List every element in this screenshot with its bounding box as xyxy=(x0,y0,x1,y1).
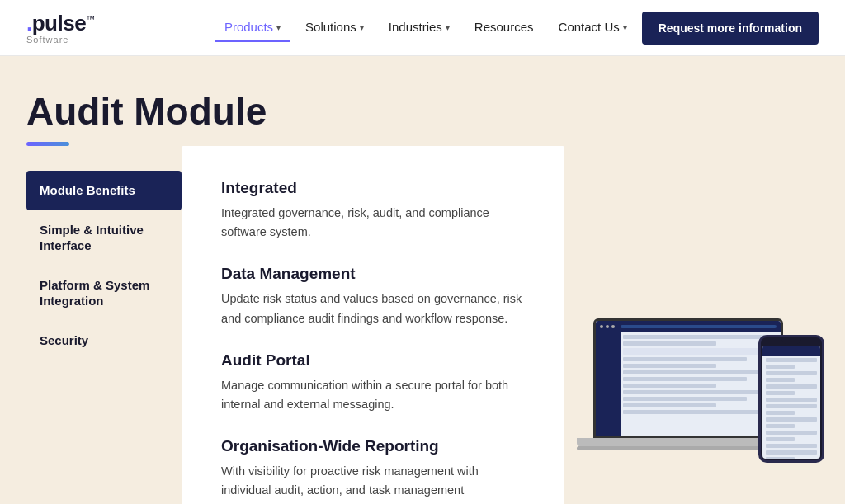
laptop-screen xyxy=(593,318,783,438)
feature-desc-audit-portal: Manage communication within a secure por… xyxy=(221,376,531,414)
nav-item-products[interactable]: Products ▾ xyxy=(215,13,290,42)
feature-title-org-reporting: Organisation-Wide Reporting xyxy=(221,437,531,455)
feature-title-integrated: Integrated xyxy=(221,179,531,197)
feature-desc-integrated: Integrated governance, risk, audit, and … xyxy=(221,204,531,242)
nav-item-solutions[interactable]: Solutions ▾ xyxy=(295,13,374,42)
device-mockup xyxy=(577,298,824,471)
laptop-topbar xyxy=(596,321,781,332)
chevron-down-icon: ▾ xyxy=(623,23,627,32)
sidebar-item-module-benefits[interactable]: Module Benefits xyxy=(26,171,182,210)
phone-notch xyxy=(781,337,801,344)
logo-text: .pulse™ xyxy=(26,11,95,36)
feature-title-audit-portal: Audit Portal xyxy=(221,351,531,370)
feature-desc-data-management: Update risk status and values based on g… xyxy=(221,290,531,327)
nav-item-industries[interactable]: Industries ▾ xyxy=(379,13,460,42)
laptop-body xyxy=(596,332,781,436)
request-info-button[interactable]: Request more information xyxy=(642,12,819,45)
main-content: Module Benefits Simple & Intuitive Inter… xyxy=(0,146,845,504)
feature-org-reporting: Organisation-Wide Reporting With visibil… xyxy=(221,437,531,504)
phone-topbar xyxy=(762,346,820,356)
sidebar-item-platform-system[interactable]: Platform & System Integration xyxy=(26,266,182,321)
hero-section: Audit Module xyxy=(0,56,845,146)
feature-title-data-management: Data Management xyxy=(221,265,531,283)
feature-audit-portal: Audit Portal Manage communication within… xyxy=(221,351,531,414)
chevron-down-icon: ▾ xyxy=(446,23,450,32)
laptop-screen-inner xyxy=(596,321,781,436)
feature-data-management: Data Management Update risk status and v… xyxy=(221,265,531,327)
chevron-down-icon: ▾ xyxy=(360,23,364,32)
phone-mockup xyxy=(758,335,824,463)
phone-screen xyxy=(762,346,820,459)
laptop-sidebar xyxy=(596,332,621,436)
logo-subtitle: Software xyxy=(26,35,68,45)
laptop-main xyxy=(621,332,781,436)
feature-integrated: Integrated Integrated governance, risk, … xyxy=(221,179,531,242)
logo[interactable]: .pulse™ Software xyxy=(26,11,95,45)
sidebar-item-security[interactable]: Security xyxy=(26,321,182,360)
chevron-down-icon: ▾ xyxy=(276,23,281,32)
content-panel: Integrated Integrated governance, risk, … xyxy=(182,146,564,504)
sidebar-item-simple-intuitive[interactable]: Simple & Intuitive Interface xyxy=(26,210,182,266)
nav-item-contact[interactable]: Contact Us ▾ xyxy=(549,13,637,42)
page-title: Audit Module xyxy=(26,89,819,134)
nav-item-resources[interactable]: Resources xyxy=(465,13,544,42)
navbar: .pulse™ Software Products ▾ Solutions ▾ … xyxy=(0,0,845,56)
nav-links: Products ▾ Solutions ▾ Industries ▾ Reso… xyxy=(215,12,819,45)
feature-desc-org-reporting: With visibility for proactive risk manag… xyxy=(221,462,531,504)
screenshot-area xyxy=(564,146,845,504)
sidebar: Module Benefits Simple & Intuitive Inter… xyxy=(0,146,182,504)
